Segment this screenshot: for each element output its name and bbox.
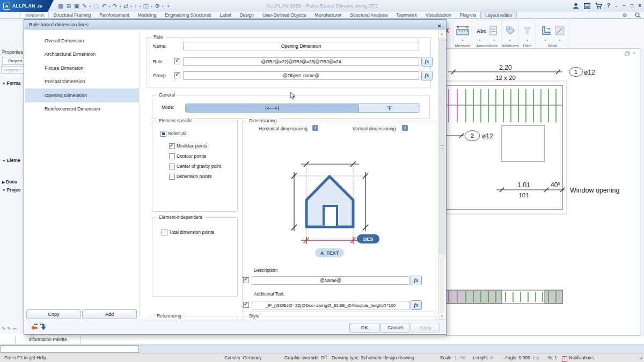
- user-account-icon[interactable]: [573, 3, 579, 9]
- tree-item-format[interactable]: ▼Forma: [2, 80, 20, 86]
- rule-checkbox[interactable]: [174, 58, 180, 64]
- work-environment-icon[interactable]: [541, 25, 552, 36]
- help-icon[interactable]: ?: [607, 0, 610, 12]
- text-abc-icon[interactable]: Abc: [477, 28, 486, 34]
- save-icon[interactable]: ▣: [73, 0, 80, 12]
- tab-teamwork[interactable]: Teamwork: [392, 12, 421, 18]
- redo-icon[interactable]: ↷: [112, 0, 119, 12]
- chevron-down-icon[interactable]: ▾: [108, 4, 111, 8]
- group-input[interactable]: @Object_name@: [183, 71, 419, 80]
- gear-icon[interactable]: ⚙: [623, 12, 627, 18]
- tools-icon[interactable]: ⚙: [153, 0, 161, 12]
- window-layout-icon[interactable]: ◫: [142, 0, 149, 12]
- chevron-expanded-icon[interactable]: ▼: [2, 82, 5, 85]
- tab-properties[interactable]: Propert: [2, 57, 24, 65]
- close-button[interactable]: ×: [638, 0, 641, 12]
- additional-text-checkbox[interactable]: [243, 302, 249, 308]
- des-badge[interactable]: DES: [357, 234, 379, 243]
- status-graphic-override[interactable]: Graphic override: Off: [284, 355, 327, 360]
- modify-grayed-icon[interactable]: [555, 26, 565, 35]
- group-checkbox[interactable]: [174, 72, 180, 78]
- center-of-gravity-checkbox[interactable]: [169, 164, 175, 169]
- tab-label[interactable]: Label: [216, 12, 236, 18]
- pin-icon[interactable]: ✎: [2, 326, 6, 331]
- chevron-down-icon[interactable]: ▾: [119, 4, 122, 8]
- tree-item-element[interactable]: ▼Eleme: [2, 158, 20, 163]
- total-dimension-points-checkbox[interactable]: [162, 230, 167, 235]
- list-item-precast-dimension[interactable]: Precast Dimension: [25, 75, 139, 89]
- repeat-icon[interactable]: ⇄: [122, 0, 129, 12]
- contour-points-checkbox[interactable]: [169, 153, 175, 159]
- transfer-icon[interactable]: ↑: [133, 0, 138, 12]
- chevron-down-icon[interactable]: ▾: [89, 4, 91, 8]
- cancel-button[interactable]: Cancel: [380, 323, 409, 333]
- status-drawing-type[interactable]: Drawing type: Schematic design drawing: [332, 355, 414, 360]
- allplan-connect-icon[interactable]: [584, 3, 590, 9]
- drawing-viewport[interactable]: 2.20 12 x 20 1 ø12: [445, 48, 640, 337]
- dimension-points-checkbox[interactable]: [169, 174, 175, 180]
- tab-user-defined-objects[interactable]: User-Defined Objects: [258, 12, 310, 18]
- info-icon[interactable]: [312, 125, 318, 131]
- additional-text-input[interactable]: _IF_(@OBJ@=22)@Door swing@_ELSE_@Absolut…: [252, 301, 409, 309]
- viewport-scrollbar[interactable]: [640, 48, 644, 336]
- chevron-down-icon[interactable]: ▾: [150, 4, 153, 8]
- description-formula-button[interactable]: fx: [411, 276, 422, 285]
- copy-button[interactable]: Copy: [26, 309, 81, 319]
- tab-plug-ins[interactable]: Plug-ins: [455, 12, 480, 18]
- filter-funnel-icon[interactable]: [523, 26, 532, 35]
- dialog-title-bar[interactable]: Rule-based dimension lines ×: [24, 20, 446, 29]
- close-icon[interactable]: ×: [633, 50, 635, 56]
- description-checkbox[interactable]: [243, 277, 249, 283]
- tab-design[interactable]: Design: [235, 12, 258, 18]
- tab-structural-framing[interactable]: Structural Framing: [49, 12, 95, 18]
- attribute-tag-icon[interactable]: [505, 25, 516, 36]
- chevron-down-icon[interactable]: ▾: [130, 4, 133, 8]
- tree-item-project[interactable]: ▼Projec: [2, 187, 20, 193]
- import-rules-icon[interactable]: [31, 323, 38, 330]
- mode-option-elevation[interactable]: [358, 104, 420, 112]
- chevron-down-icon[interactable]: ▾: [615, 4, 618, 8]
- info-icon[interactable]: [402, 125, 408, 131]
- group-formula-button[interactable]: fx: [421, 71, 433, 80]
- chevron-down-icon[interactable]: ▾: [526, 39, 528, 43]
- shop-cart-icon[interactable]: [595, 3, 602, 9]
- project-grid-icon[interactable]: ⊞: [65, 0, 72, 12]
- resize-grip[interactable]: ◢: [639, 355, 642, 360]
- tab-reinforcement[interactable]: Reinforcement: [95, 12, 133, 18]
- chevron-down-icon[interactable]: ▾: [559, 39, 561, 43]
- status-notifications[interactable]: !Notifications: [562, 355, 594, 362]
- open-project-icon[interactable]: ▦: [57, 0, 64, 12]
- chevron-down-icon[interactable]: ▾: [479, 39, 480, 43]
- status-percent[interactable]: %: 1: [548, 355, 557, 360]
- additional-formula-button[interactable]: fx: [411, 300, 422, 310]
- search-icon[interactable]: [635, 12, 641, 18]
- float-window-icon[interactable]: [625, 51, 630, 56]
- ok-button[interactable]: OK: [349, 323, 379, 333]
- status-length[interactable]: Length: m: [473, 355, 493, 360]
- tab-visualization[interactable]: Visualization: [421, 12, 456, 18]
- scrollbar-thumb[interactable]: [440, 39, 445, 254]
- pin-icon[interactable]: ✎: [7, 326, 11, 331]
- tab-manufacturer[interactable]: Manufacturer: [310, 12, 346, 18]
- tab-layout-editor[interactable]: Layout Editor: [480, 12, 517, 18]
- rule-formula-button[interactable]: fx: [421, 57, 433, 67]
- scroll-up-icon[interactable]: ▲: [439, 31, 445, 37]
- status-scale[interactable]: Scale: 1 : 50: [440, 355, 465, 360]
- chevron-expanded-icon[interactable]: ▼: [2, 188, 5, 192]
- list-item-architectural-dimension[interactable]: Architectural Dimension: [25, 48, 139, 62]
- scroll-down-icon[interactable]: ▼: [439, 313, 445, 319]
- chevron-expanded-icon[interactable]: ▼: [2, 159, 5, 162]
- chevron-down-icon[interactable]: ▾: [462, 39, 464, 43]
- chevron-down-icon[interactable]: ▾: [493, 39, 495, 43]
- close-icon[interactable]: ×: [438, 21, 441, 31]
- chevron-down-icon[interactable]: ▾: [138, 4, 141, 8]
- tree-item-document[interactable]: ▶Docu: [2, 179, 17, 184]
- name-input[interactable]: Opening Dimension: [183, 42, 419, 50]
- undo-icon[interactable]: ↶: [100, 0, 107, 12]
- minmax-points-checkbox[interactable]: [169, 143, 175, 149]
- list-item-opening-dimension[interactable]: Opening Dimension: [25, 88, 139, 102]
- select-all-checkbox[interactable]: [160, 131, 166, 137]
- dialog-scrollbar[interactable]: ▲ ▼: [438, 31, 445, 320]
- description-input[interactable]: @Name@: [252, 276, 409, 285]
- legend-document-icon[interactable]: [489, 26, 497, 35]
